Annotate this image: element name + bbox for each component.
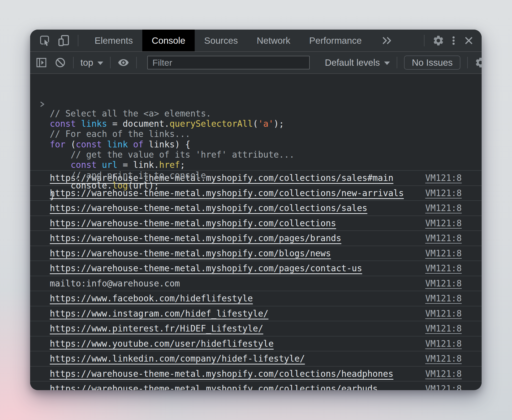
more-tabs-button[interactable] — [381, 35, 393, 47]
tab-elements[interactable]: Elements — [85, 30, 142, 51]
logged-url-link[interactable]: https://www.instagram.com/hidef_lifestyl… — [50, 308, 268, 319]
console-toolbar: top Default levels No Issues — [30, 52, 482, 74]
console-settings-button[interactable] — [475, 57, 482, 69]
console-message: https://www.youtube.com/user/hideflifest… — [30, 336, 482, 351]
source-location-link[interactable]: VM121:8 — [425, 339, 473, 349]
device-toolbar-button[interactable] — [58, 35, 70, 47]
tab-performance[interactable]: Performance — [300, 30, 371, 51]
source-location-link[interactable]: VM121:8 — [425, 233, 473, 243]
toolbar-separator — [397, 57, 397, 68]
toolbar-separator — [136, 57, 137, 68]
overflow-menu-icon — [448, 35, 459, 46]
close-icon — [463, 35, 475, 46]
logged-url-link[interactable]: https://warehouse-theme-metal.myshopify.… — [50, 263, 362, 273]
caret-down-icon — [97, 62, 103, 65]
logged-text: mailto:info@warehouse.com — [50, 278, 180, 289]
code-line: // get the value of its 'href' attribute… — [50, 150, 482, 160]
logged-url-link[interactable]: https://warehouse-theme-metal.myshopify.… — [50, 369, 393, 379]
code-line: } — [50, 191, 482, 201]
more-tabs-icon — [381, 35, 393, 46]
code-line: const url = link.href; — [50, 160, 482, 170]
console-input-echo: // Select all the <a> elements.const lin… — [30, 74, 482, 170]
toolbar-separator — [467, 57, 468, 68]
console-message: https://warehouse-theme-metal.myshopify.… — [30, 381, 482, 390]
tabbar-separator — [78, 35, 78, 46]
device-toolbar-icon — [58, 34, 70, 47]
settings-gear-icon — [475, 57, 482, 69]
logged-url-link[interactable]: https://www.facebook.com/hideflifestyle — [50, 293, 253, 303]
source-location-link[interactable]: VM121:8 — [425, 353, 473, 364]
inspect-element-icon — [39, 35, 51, 47]
code-line: // For each of the links... — [50, 129, 482, 139]
live-expression-button[interactable] — [117, 57, 129, 69]
issues-counter-label: No Issues — [412, 57, 453, 68]
logged-url-link[interactable]: https://www.linkedin.com/company/hidef-l… — [50, 353, 305, 364]
console-message: https://warehouse-theme-metal.myshopify.… — [30, 366, 482, 381]
console-message: https://warehouse-theme-metal.myshopify.… — [30, 261, 482, 276]
tabbar-right-controls — [418, 35, 482, 47]
code-line: // Select all the <a> elements. — [50, 108, 482, 119]
log-levels-label: Default levels — [325, 57, 380, 68]
console-filter-input[interactable] — [147, 56, 310, 69]
caret-down-icon — [384, 62, 390, 65]
tabbar-tabs: ElementsConsoleSourcesNetworkPerformance — [85, 30, 371, 51]
console-sidebar-icon — [35, 57, 47, 69]
code-line: console.log(url); — [50, 180, 482, 191]
code-line: for (const link of links) { — [50, 139, 482, 150]
devtools-tabbar: ElementsConsoleSourcesNetworkPerformance — [30, 30, 482, 52]
console-messages-area: // Select all the <a> elements.const lin… — [30, 74, 482, 389]
console-message: https://www.pinterest.fr/HiDEF_Lifestyle… — [30, 321, 482, 336]
source-location-link[interactable]: VM121:8 — [425, 278, 473, 289]
tab-network[interactable]: Network — [247, 30, 300, 51]
logged-url-link[interactable]: https://www.youtube.com/user/hideflifest… — [50, 339, 274, 349]
prompt-chevron-icon — [40, 80, 81, 128]
toolbar-separator — [110, 57, 111, 68]
context-selector-label: top — [80, 57, 93, 68]
issues-counter-button[interactable]: No Issues — [404, 56, 461, 70]
console-message: https://www.facebook.com/hideflifestyleV… — [30, 291, 482, 306]
tabbar-separator — [424, 35, 424, 46]
source-location-link[interactable]: VM121:8 — [425, 263, 473, 273]
tab-sources[interactable]: Sources — [195, 30, 247, 51]
code-line: const links = document.querySelectorAll(… — [50, 119, 482, 129]
source-location-link[interactable]: VM121:8 — [425, 369, 473, 379]
devtools-settings-button[interactable] — [432, 35, 444, 47]
console-message: https://www.instagram.com/hidef_lifestyl… — [30, 306, 482, 321]
code-line: // and print it to console. — [50, 170, 482, 180]
clear-console-button[interactable] — [54, 57, 66, 69]
clear-console-icon — [54, 57, 66, 69]
eye-icon — [117, 56, 130, 69]
console-message: https://warehouse-theme-metal.myshopify.… — [30, 246, 482, 261]
toolbar-separator — [73, 57, 74, 68]
settings-gear-icon — [432, 35, 444, 47]
source-location-link[interactable]: VM121:8 — [425, 308, 473, 319]
console-message: mailto:info@warehouse.comVM121:8 — [30, 276, 482, 291]
inspect-element-button[interactable] — [39, 35, 51, 47]
source-location-link[interactable]: VM121:8 — [425, 323, 473, 334]
devtools-window: ElementsConsoleSourcesNetworkPerformance — [30, 30, 482, 390]
logged-url-link[interactable]: https://warehouse-theme-metal.myshopify.… — [50, 384, 378, 390]
source-location-link[interactable]: VM121:8 — [425, 384, 473, 390]
source-location-link[interactable]: VM121:8 — [425, 248, 473, 258]
logged-url-link[interactable]: https://warehouse-theme-metal.myshopify.… — [50, 248, 331, 258]
logged-url-link[interactable]: https://warehouse-theme-metal.myshopify.… — [50, 233, 341, 243]
code-block: // Select all the <a> elements.const lin… — [50, 108, 482, 201]
close-devtools-button[interactable] — [463, 35, 475, 47]
console-message: https://warehouse-theme-metal.myshopify.… — [30, 230, 482, 246]
logged-url-link[interactable]: https://www.pinterest.fr/HiDEF_Lifestyle… — [50, 323, 263, 334]
overflow-menu-button[interactable] — [448, 35, 460, 47]
tab-console[interactable]: Console — [142, 30, 195, 51]
console-message: https://www.linkedin.com/company/hidef-l… — [30, 351, 482, 366]
source-location-link[interactable]: VM121:8 — [425, 293, 473, 303]
log-levels-dropdown[interactable]: Default levels — [325, 57, 390, 68]
console-sidebar-toggle-button[interactable] — [35, 57, 47, 69]
javascript-context-selector[interactable]: top — [80, 57, 103, 68]
